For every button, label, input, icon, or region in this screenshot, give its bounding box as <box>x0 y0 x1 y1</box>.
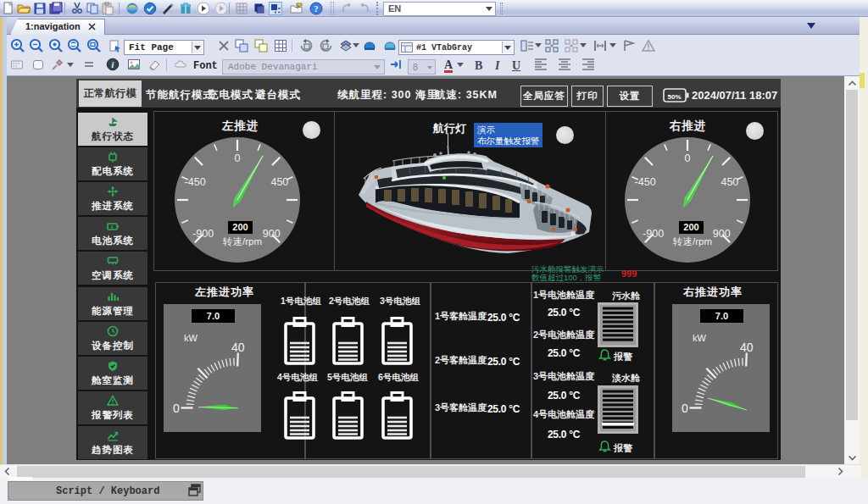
svg-text:450: 450 <box>721 176 738 188</box>
svg-text:900: 900 <box>263 228 281 240</box>
svg-text:900: 900 <box>713 228 731 240</box>
svg-text:i: i <box>112 60 114 69</box>
svg-text:0: 0 <box>685 152 691 164</box>
svg-text:0: 0 <box>235 152 241 164</box>
svg-text:-450: -450 <box>185 176 206 188</box>
svg-text:-900: -900 <box>643 228 664 240</box>
svg-text:50%: 50% <box>667 93 681 101</box>
svg-text:-450: -450 <box>635 176 656 188</box>
svg-text:-900: -900 <box>192 228 214 240</box>
svg-text:450: 450 <box>270 176 288 188</box>
svg-text:?: ? <box>314 4 319 14</box>
